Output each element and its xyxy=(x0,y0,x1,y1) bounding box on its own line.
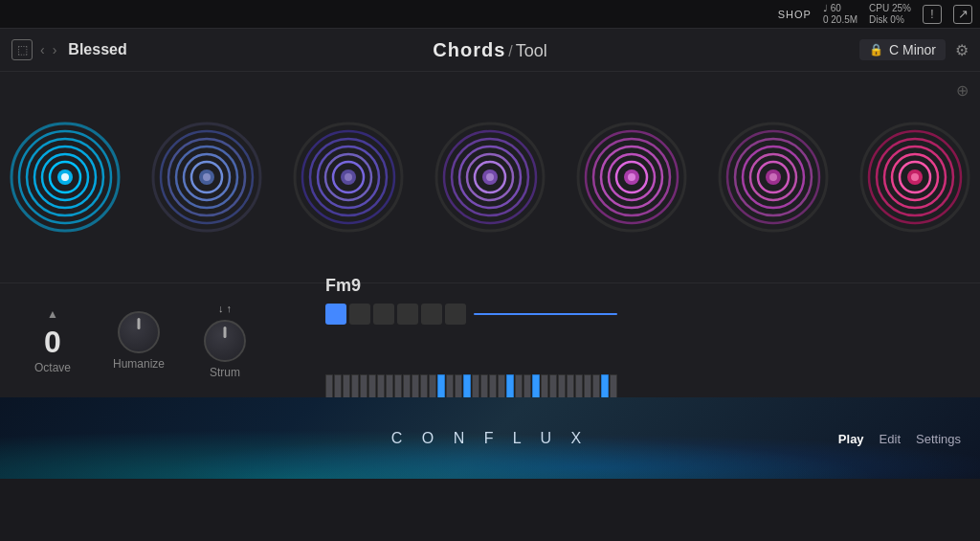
chords-word: Chords xyxy=(433,39,505,61)
warning-icon[interactable]: ! xyxy=(923,5,942,24)
cursor-icon[interactable]: ↗ xyxy=(953,5,972,24)
chord-box-6[interactable] xyxy=(445,304,466,325)
chord-knob-6[interactable] xyxy=(716,120,831,235)
chord-knob-4[interactable] xyxy=(433,120,547,235)
humanize-label: Humanize xyxy=(113,357,165,371)
cpu-label: CPU 25% xyxy=(869,3,911,14)
svg-point-39 xyxy=(628,173,635,181)
svg-point-31 xyxy=(486,173,494,181)
midi-notes: ♩ 60 xyxy=(823,3,858,14)
chord-box-5[interactable] xyxy=(421,304,442,325)
bottom-area: C O N F L U X Play Edit Settings xyxy=(0,397,980,479)
svg-point-7 xyxy=(61,173,69,181)
shop-label[interactable]: SHOP xyxy=(778,9,812,20)
top-bar: SHOP ♩ 60 0 20.5M CPU 25% Disk 0% ! ↗ xyxy=(0,0,980,29)
forward-button[interactable]: › xyxy=(53,42,57,57)
nav-play[interactable]: Play xyxy=(838,431,864,445)
cpu-info: CPU 25% Disk 0% xyxy=(869,3,911,26)
lock-icon: 🔒 xyxy=(869,43,883,56)
chord-boxes xyxy=(325,304,466,325)
humanize-knob[interactable] xyxy=(118,311,160,353)
app-title: Chords / Tool xyxy=(433,39,546,61)
piano-display: // This is just SVG inline content place… xyxy=(325,332,612,367)
nav-settings[interactable]: Settings xyxy=(916,431,961,445)
chord-knob-2[interactable] xyxy=(149,120,264,235)
svg-point-23 xyxy=(345,173,352,181)
chord-knob-7[interactable] xyxy=(858,120,972,235)
svg-point-55 xyxy=(911,173,919,181)
knobs-area: ⊕ xyxy=(0,72,980,282)
chord-knob-5[interactable] xyxy=(574,120,689,235)
controls-area: ▲ 0 Octave Humanize ↓ ↑ Strum Fm9 xyxy=(0,282,980,397)
strum-label: Strum xyxy=(210,366,240,379)
chord-piano-area: Fm9 // This is j xyxy=(278,271,961,411)
chord-box-2[interactable] xyxy=(349,304,370,325)
piano-svg: // This is just SVG inline content place… xyxy=(325,332,612,371)
chord-box-1[interactable] xyxy=(325,304,346,325)
nav-center: Chords / Tool xyxy=(433,39,546,61)
octave-value: 0 xyxy=(44,327,61,357)
midi-mem: 0 20.5M xyxy=(823,14,858,26)
strum-knob[interactable] xyxy=(204,320,246,362)
preset-title: Blessed xyxy=(68,41,126,58)
bottom-nav: Play Edit Settings xyxy=(838,431,961,445)
nav-bar: ⬚ ‹ › Blessed Chords / Tool 🔒 C Minor ⚙ xyxy=(0,29,980,72)
chord-selector xyxy=(325,304,617,325)
main-area: ⊕ xyxy=(0,72,980,397)
chord-line xyxy=(474,313,617,315)
disk-label: Disk 0% xyxy=(869,14,911,26)
svg-point-15 xyxy=(203,173,211,181)
strum-control: ↓ ↑ Strum xyxy=(191,303,258,379)
midi-info: ♩ 60 0 20.5M xyxy=(823,3,858,26)
chord-knob-3[interactable] xyxy=(291,120,406,235)
nav-right: 🔒 C Minor ⚙ xyxy=(859,39,969,60)
key-badge[interactable]: 🔒 C Minor xyxy=(859,39,946,60)
tool-word: Tool xyxy=(516,41,547,61)
key-label: C Minor xyxy=(889,42,936,57)
conflux-logo: C O N F L U X xyxy=(391,430,590,447)
octave-control: ▲ 0 Octave xyxy=(19,307,86,374)
strum-arrows: ↓ ↑ xyxy=(218,303,232,314)
chord-knob-1[interactable] xyxy=(8,120,122,235)
back-button[interactable]: ‹ xyxy=(40,42,45,57)
position-icon[interactable]: ⊕ xyxy=(956,81,969,100)
humanize-control: Humanize xyxy=(105,311,172,371)
octave-label: Octave xyxy=(34,361,71,374)
svg-point-47 xyxy=(769,173,777,181)
nav-edit[interactable]: Edit xyxy=(880,431,901,445)
chord-box-4[interactable] xyxy=(397,304,418,325)
chord-box-3[interactable] xyxy=(373,304,394,325)
cube-icon[interactable]: ⬚ xyxy=(11,39,33,60)
settings-icon[interactable]: ⚙ xyxy=(955,41,969,59)
